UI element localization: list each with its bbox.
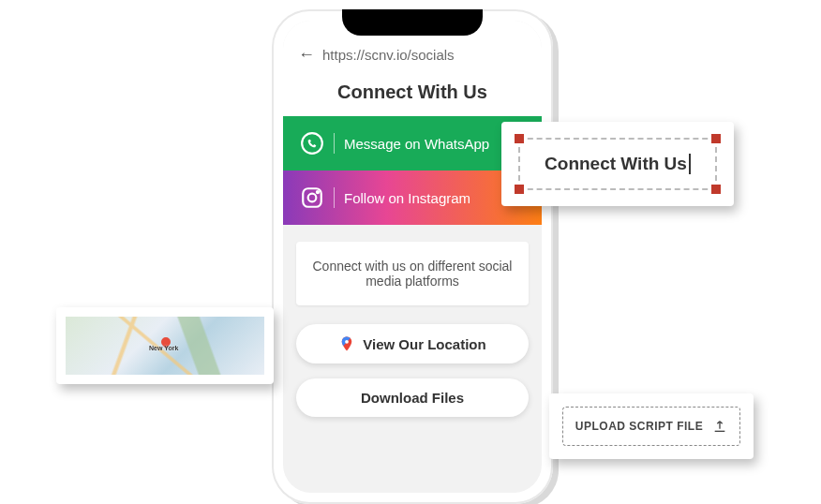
maps-pin-icon [338,335,355,352]
location-button[interactable]: View Our Location [296,324,529,363]
phone-notch [342,9,483,36]
upload-icon [712,419,727,434]
resize-handle-icon[interactable] [711,185,721,194]
resize-handle-icon[interactable] [711,134,721,143]
svg-point-4 [345,340,349,344]
svg-point-0 [302,133,322,154]
back-arrow-icon[interactable]: ← [298,45,315,65]
phone-screen: ← https://scnv.io/socials Connect With U… [283,21,542,493]
text-editor-frame[interactable]: Connect With Us [518,138,717,190]
whatsapp-label: Message on WhatsApp [344,136,489,152]
map-card: New York [56,307,274,384]
svg-point-3 [317,191,319,193]
url-text: https://scnv.io/socials [322,47,455,63]
upload-script-button[interactable]: UPLOAD SCRIPT FILE [562,407,740,446]
download-button[interactable]: Download Files [296,378,529,417]
divider [334,133,335,154]
text-cursor-icon [689,154,691,174]
instagram-icon [300,185,324,210]
map-thumbnail[interactable]: New York [66,317,264,375]
editor-text: Connect With Us [545,154,687,174]
divider [334,187,335,208]
description-card: Connect with us on different social medi… [296,242,529,305]
download-label: Download Files [361,390,464,406]
resize-handle-icon[interactable] [515,185,524,194]
instagram-label: Follow on Instagram [344,190,470,206]
resize-handle-icon[interactable] [515,134,524,143]
location-label: View Our Location [363,336,485,352]
upload-card: UPLOAD SCRIPT FILE [549,393,754,459]
whatsapp-icon [300,131,324,156]
page-title: Connect With Us [283,72,542,116]
text-editor-card: Connect With Us [501,122,734,206]
upload-label: UPLOAD SCRIPT FILE [575,420,703,433]
phone-mockup: ← https://scnv.io/socials Connect With U… [272,9,553,504]
map-city-label: New York [149,345,178,351]
svg-point-2 [308,194,317,202]
